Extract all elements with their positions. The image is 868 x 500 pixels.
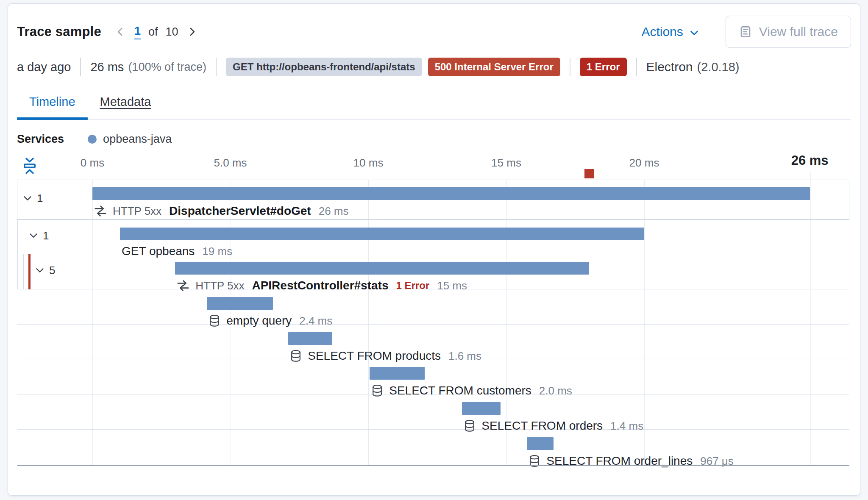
- prev-trace-button[interactable]: [112, 26, 128, 37]
- axis-tick-label: 20 ms: [629, 156, 659, 169]
- span-label: HTTP 5xxDispatcherServlet#doGet26 ms: [94, 204, 349, 218]
- chevron-right-icon: [186, 26, 198, 37]
- document-icon: [739, 25, 752, 39]
- error-marker[interactable]: [584, 169, 594, 178]
- trace-sample-header: Trace sample 1 of 10 Actions: [17, 16, 851, 48]
- trace-tabs: Timeline Metadata: [17, 94, 851, 119]
- divider: [570, 58, 570, 76]
- chart-bottom-axis: [17, 465, 849, 466]
- actions-menu-button[interactable]: Actions: [639, 24, 701, 39]
- trace-sample-card: Trace sample 1 of 10 Actions: [8, 3, 860, 496]
- user-agent-name: Electron: [646, 60, 693, 74]
- error-count-badge[interactable]: 1 Error: [580, 58, 627, 76]
- span-bar[interactable]: [462, 402, 501, 415]
- http-status-badge: 500 Internal Server Error: [428, 58, 560, 76]
- chevron-left-icon: [115, 26, 126, 37]
- trace-duration: 26 ms: [90, 60, 124, 74]
- timeline-panel: Services opbeans-java 0 ms5.0 ms10 ms15 …: [17, 119, 849, 492]
- user-agent-version: (2.0.18): [697, 60, 740, 74]
- service-color-dot: [88, 135, 97, 144]
- span-bar[interactable]: [175, 262, 589, 275]
- services-legend: Services opbeans-java: [17, 132, 172, 146]
- waterfall-row[interactable]: SELECT FROM products1.6 ms: [17, 325, 849, 359]
- waterfall-row[interactable]: SELECT FROM customers2.0 ms: [17, 359, 849, 394]
- indent-guide: [35, 289, 35, 465]
- collapse-all-button[interactable]: [22, 156, 38, 176]
- view-full-trace-label: View full trace: [759, 25, 838, 39]
- chevron-down-icon: [689, 28, 699, 38]
- accordion-toggle-button[interactable]: 1: [28, 229, 49, 242]
- axis-tick-label: 10 ms: [353, 156, 384, 169]
- divider: [80, 58, 81, 76]
- tab-metadata[interactable]: Metadata: [88, 94, 164, 119]
- span-bar[interactable]: [92, 187, 810, 200]
- trace-duration-percent: (100% of trace): [128, 61, 206, 74]
- span-bar[interactable]: [207, 297, 273, 310]
- accordion-toggle-button[interactable]: 1: [22, 192, 43, 205]
- waterfall-row[interactable]: 1GET opbeans19 ms: [17, 220, 849, 254]
- axis-tick-label: 15 ms: [491, 156, 521, 169]
- span-type-label: HTTP 5xx: [113, 205, 161, 218]
- axis-end-label: 26 ms: [791, 153, 829, 168]
- service-name: opbeans-java: [103, 133, 172, 146]
- divider: [636, 58, 637, 76]
- accordion-toggle-button[interactable]: 5: [35, 264, 55, 277]
- waterfall-row[interactable]: SELECT FROM orders1.4 ms: [17, 394, 849, 430]
- services-label: Services: [17, 133, 64, 146]
- indent-guide: [23, 254, 24, 289]
- child-count: 1: [37, 192, 43, 205]
- span-bar[interactable]: [527, 437, 554, 450]
- indent-guide: [17, 220, 18, 289]
- child-count: 5: [49, 264, 55, 277]
- waterfall-row[interactable]: 1HTTP 5xxDispatcherServlet#doGet26 ms: [17, 180, 849, 220]
- current-page-number[interactable]: 1: [134, 25, 141, 39]
- axis-tick-label: 5.0 ms: [214, 156, 247, 169]
- trace-pagination: 1 of 10: [112, 25, 200, 39]
- span-name: DispatcherServlet#doGet: [169, 204, 311, 218]
- waterfall-row[interactable]: empty query2.4 ms: [17, 289, 849, 325]
- span-bar[interactable]: [370, 367, 425, 380]
- span-duration: 26 ms: [319, 205, 349, 218]
- pagination-of-label: of: [148, 25, 158, 39]
- next-trace-button[interactable]: [184, 26, 200, 37]
- waterfall-row[interactable]: 5HTTP 5xxAPIRestController#stats1 Error1…: [17, 254, 849, 289]
- waterfall-row[interactable]: SELECT FROM order_lines967 μs: [17, 430, 849, 465]
- apm-trace-page: Trace sample 1 of 10 Actions: [0, 0, 868, 500]
- actions-label: Actions: [641, 25, 683, 39]
- span-bar[interactable]: [120, 228, 644, 240]
- total-pages: 10: [165, 25, 178, 39]
- trace-timestamp: a day ago: [17, 60, 71, 74]
- trace-summary-row: a day ago 26 ms (100% of trace) GET http…: [17, 56, 851, 78]
- child-count: 1: [43, 229, 49, 242]
- span-bar[interactable]: [288, 332, 332, 345]
- error-row-accent: [28, 254, 31, 289]
- view-full-trace-button[interactable]: View full trace: [726, 16, 851, 48]
- page-title: Trace sample: [17, 24, 101, 39]
- tab-timeline[interactable]: Timeline: [17, 94, 88, 119]
- http-method-url-badge: GET http://opbeans-frontend/api/stats: [226, 58, 422, 76]
- divider: [216, 58, 217, 76]
- fold-icon: [22, 157, 37, 174]
- axis-tick-label: 0 ms: [81, 156, 104, 169]
- merge-icon: [94, 205, 107, 217]
